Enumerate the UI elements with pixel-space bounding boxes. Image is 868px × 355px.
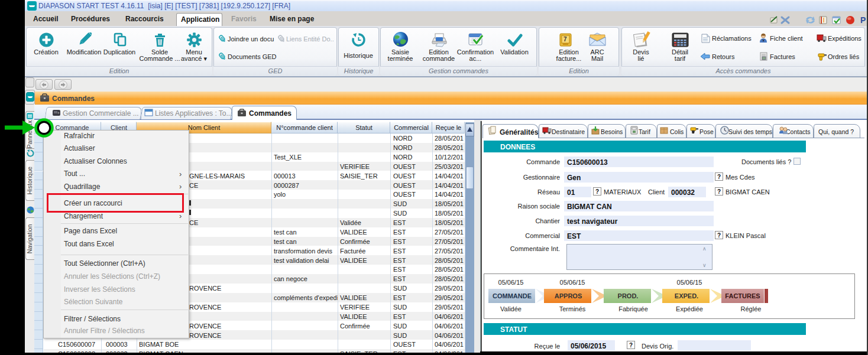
svg-text:FACTURES: FACTURES xyxy=(725,292,760,299)
svg-text:P: P xyxy=(860,15,866,25)
svg-text:PROD.: PROD. xyxy=(618,292,639,299)
svg-text:7: 7 xyxy=(563,36,567,43)
svg-text:COMMANDE: COMMANDE xyxy=(493,292,532,299)
svg-text:APPROS: APPROS xyxy=(555,292,582,299)
svg-text:EXPED.: EXPED. xyxy=(675,292,698,299)
